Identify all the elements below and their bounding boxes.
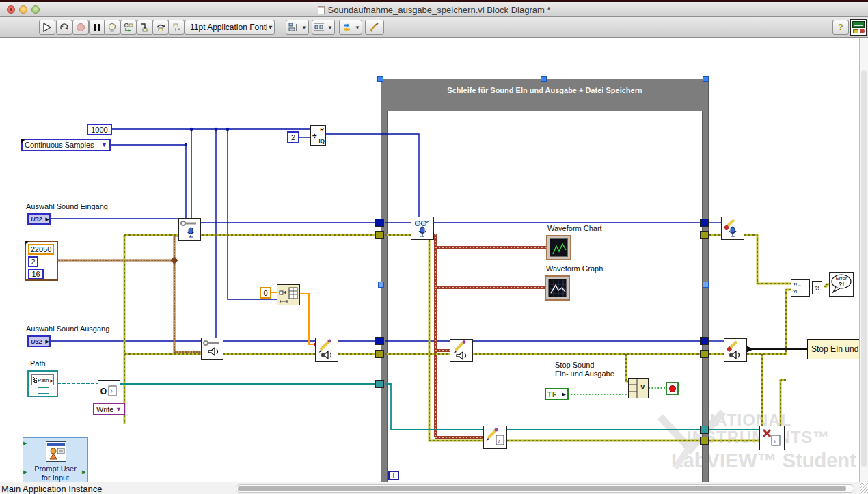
numeric-constant-sample-rate[interactable]: 22050 (28, 244, 54, 255)
sound-output-clear-node[interactable] (724, 338, 747, 362)
quotient-remainder-node[interactable]: ÷ R IQ (310, 125, 326, 146)
initialize-array-node[interactable] (277, 284, 300, 305)
numeric-constant-divisor[interactable]: 2 (287, 131, 299, 143)
path-control[interactable]: Path▶ (27, 370, 58, 397)
prompt-user-icon (46, 441, 66, 462)
write-mode-dropdown[interactable]: Write▼ (93, 403, 125, 415)
numeric-constant-channels[interactable]: 2 (28, 256, 38, 267)
sound-input-clear-node[interactable] (721, 217, 744, 240)
tunnel[interactable] (700, 437, 709, 445)
constant-value: 16 (31, 270, 40, 278)
glasses-microphone-icon (412, 218, 433, 238)
numeric-constant-1000[interactable]: 1000 (87, 124, 112, 135)
waveform-chart-terminal[interactable] (546, 235, 571, 260)
help-label: ? (838, 23, 843, 32)
compound-or-node[interactable]: v (628, 378, 649, 398)
simple-error-handler-node[interactable]: Error ?! (829, 272, 854, 297)
u32-label: U32 (31, 216, 42, 223)
selection-handle[interactable] (378, 282, 384, 288)
constant-value: 1000 (91, 126, 107, 134)
reorder-button[interactable]: ▼ (339, 20, 362, 35)
align-objects-button[interactable]: ▼ (286, 20, 309, 35)
pause-icon (92, 22, 103, 33)
u32-control-input-device[interactable]: U32▶ (27, 213, 51, 225)
vi-icon-dot (860, 29, 865, 33)
tunnel[interactable] (700, 337, 709, 345)
titlebar: Soundaufnahme_ausgabe_speichern.vi Block… (0, 2, 868, 17)
enum-value: Continuous Samples (25, 141, 94, 149)
sound-file-open-node[interactable]: O ♪ (98, 380, 120, 402)
sound-input-configure-node[interactable] (178, 218, 201, 241)
run-continuously-button[interactable] (56, 20, 72, 35)
tunnel[interactable] (375, 337, 384, 345)
step-out-button[interactable] (168, 20, 185, 35)
u32-control-output-device[interactable]: U32▶ (27, 335, 51, 347)
step-over-button[interactable] (152, 20, 169, 35)
run-continuously-icon (59, 22, 70, 33)
pause-button[interactable] (89, 20, 105, 35)
wrench-microphone-icon (180, 219, 200, 239)
vertical-scrollbar[interactable] (859, 38, 868, 482)
tunnel[interactable] (375, 350, 384, 358)
chevron-down-icon: ▼ (116, 406, 122, 413)
merge-errors-node[interactable]: ?!→ ?!→ (791, 279, 810, 297)
sound-file-close-node[interactable]: ♪ (759, 426, 785, 450)
label-path: Path (30, 359, 46, 368)
sound-input-read-node[interactable] (411, 217, 434, 240)
cluster-constant-sound-format[interactable]: 22050 2 16 (25, 241, 58, 281)
sound-file-write-node[interactable]: ♪ (483, 426, 507, 449)
tunnel[interactable] (375, 219, 384, 227)
distribute-objects-button[interactable]: ▼ (312, 20, 335, 35)
loop-iteration-terminal[interactable]: i (388, 471, 399, 480)
selection-handle[interactable] (377, 76, 383, 82)
sound-output-configure-node[interactable] (201, 338, 223, 360)
selection-handle[interactable] (703, 282, 709, 288)
highlight-execution-button[interactable] (104, 20, 120, 35)
numeric-constant-zero[interactable]: 0 (260, 287, 271, 299)
waveform-chart-icon (550, 238, 568, 257)
context-help-button[interactable]: ? (832, 20, 849, 35)
fold-marker (25, 241, 29, 245)
selection-handle[interactable] (541, 76, 547, 82)
status-bar-context: Main Application Instance (1, 484, 102, 494)
tunnel[interactable] (700, 231, 709, 239)
step-over-icon (155, 22, 166, 33)
sound-output-write-node[interactable] (315, 338, 338, 362)
step-into-button[interactable] (137, 20, 153, 35)
numeric-constant-bits[interactable]: 16 (28, 269, 44, 279)
retain-wire-values-button[interactable] (120, 20, 137, 35)
prompt-user-express-vi[interactable]: Prompt User for Input (23, 437, 88, 485)
font-selector[interactable]: 11pt Application Font ▼ (185, 20, 275, 35)
terminal-arrow-icon: ▶ (46, 339, 49, 344)
while-loop-left-border[interactable] (381, 111, 388, 482)
tunnel[interactable] (375, 231, 384, 239)
window-resize-grip[interactable] (860, 483, 868, 493)
u32-label: U32 (31, 338, 42, 345)
or-node-grid (629, 379, 648, 398)
vertical-scrollbar-thumb[interactable] (861, 70, 867, 467)
while-loop-title-band[interactable]: Schleife für Sound EIn und Ausgabe + Dat… (381, 79, 709, 111)
vi-icon-screen (852, 21, 865, 28)
loop-condition-terminal[interactable] (666, 382, 679, 395)
tunnel[interactable] (700, 350, 709, 358)
clear-errors-node[interactable]: ?! (812, 281, 822, 294)
write-mode-value: Write (96, 405, 113, 413)
tunnel[interactable] (375, 380, 384, 388)
horizontal-scrollbar[interactable] (236, 484, 854, 493)
selection-handle[interactable] (703, 76, 709, 82)
sound-output-write-node-loop[interactable] (450, 339, 473, 362)
vi-icon-button[interactable] (850, 19, 867, 36)
abort-button[interactable] (72, 20, 89, 35)
merge-glyph: ?! (815, 286, 819, 290)
label-input-select: Auswahl Sound Eingang (26, 202, 108, 210)
constant-value: 0 (263, 289, 267, 297)
iteration-label: i (393, 472, 395, 479)
tunnel[interactable] (700, 219, 709, 227)
clean-up-diagram-button[interactable] (365, 20, 384, 35)
enum-constant-sample-mode[interactable]: Continuous Samples▼ (21, 139, 111, 151)
tf-boolean-control[interactable]: TF ▶ (545, 388, 569, 400)
waveform-graph-terminal[interactable] (545, 275, 570, 301)
horizontal-scrollbar-thumb[interactable] (238, 486, 846, 491)
run-button[interactable] (39, 20, 55, 35)
tunnel[interactable] (700, 426, 709, 434)
